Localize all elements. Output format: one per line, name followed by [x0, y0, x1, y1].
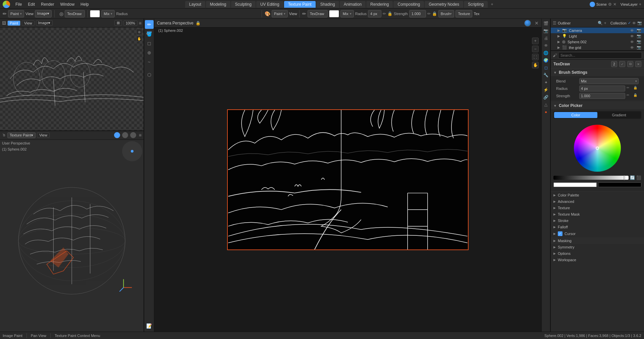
strength-number-field[interactable]: 1.000	[579, 93, 625, 99]
properties-scene-icon[interactable]: 🎬	[543, 20, 549, 27]
tool-icon[interactable]: ✏	[3, 11, 7, 16]
outliner-item-grid[interactable]: ▶ ⬛ the grid 👁 📷	[551, 45, 644, 50]
vp-settings-btn[interactable]: ≡	[139, 20, 142, 26]
symmetry-item[interactable]: ▶ Symmetry	[551, 244, 644, 250]
ws-tab-compositing[interactable]: Compositing	[393, 1, 424, 8]
color-sliders-icon[interactable]: 🔄	[630, 175, 635, 180]
lock-icon[interactable]: 🔒	[196, 21, 201, 25]
workspace-item[interactable]: ▶ Workspace	[551, 257, 644, 263]
masking-header[interactable]: ▶ Masking	[551, 237, 644, 244]
add-view-layer-icon[interactable]: +	[639, 2, 641, 7]
color-hex-icon[interactable]: ⬛	[636, 175, 641, 180]
brush-menu-btn[interactable]: Brush ▾	[438, 10, 454, 17]
brush-icon[interactable]: ◎	[59, 11, 63, 16]
strength-lock-btn[interactable]: 🔒	[432, 11, 437, 16]
properties-scene-props-icon[interactable]: 🌐	[543, 50, 549, 56]
draw-tool[interactable]: ✏	[145, 20, 154, 29]
menu-help[interactable]: Help	[78, 1, 92, 7]
outliner-item-light[interactable]: ▶ 💡 Light 👁 📷	[551, 33, 644, 39]
properties-view-icon[interactable]: 👁	[543, 42, 549, 49]
properties-render-icon[interactable]: 📷	[543, 27, 549, 34]
menu-file[interactable]: File	[13, 1, 24, 7]
outliner-item-camera[interactable]: ▶ 📷 Camera 👁 📷	[551, 27, 644, 33]
cursor-checkbox[interactable]: ✓	[558, 231, 562, 236]
view-btn2[interactable]: View	[289, 12, 297, 16]
3d-view-btn[interactable]: View	[37, 132, 50, 138]
value-slider[interactable]	[553, 176, 629, 180]
stroke-item[interactable]: ▶ Stroke	[551, 218, 644, 224]
color-wheel[interactable]	[574, 125, 621, 172]
radius-pen-btn[interactable]: ✏	[627, 86, 632, 91]
strength-field[interactable]: 1.000	[409, 10, 426, 17]
light-visibility[interactable]: 👁	[630, 34, 634, 38]
foreground-swatch[interactable]	[553, 182, 597, 187]
ws-tab-shading[interactable]: Shading	[316, 1, 339, 8]
color-picker-header[interactable]: ▼ Color Picker	[551, 102, 644, 109]
canvas-corner-menu[interactable]: ✕	[535, 20, 539, 26]
background-swatch[interactable]	[598, 182, 641, 187]
image-menu-btn[interactable]: Image▾	[36, 20, 53, 26]
radius-number-field[interactable]: 4 px	[579, 86, 625, 92]
outliner-item-sphere[interactable]: ▶ ◎ Sphere.002 👁 📷	[551, 39, 644, 45]
ws-tab-animation[interactable]: Animation	[340, 1, 366, 8]
image-paint-mode-btn[interactable]: Paint	[7, 20, 20, 26]
canvas-zoom-in[interactable]: +	[532, 38, 539, 44]
camera-render[interactable]: 📷	[637, 28, 641, 33]
ws-tab-geometry-nodes[interactable]: Geometry Nodes	[425, 1, 463, 8]
ws-tab-uv-editing[interactable]: UV Editing	[256, 1, 283, 8]
image-paint-viewport[interactable]: ⊕ ✋	[0, 27, 144, 130]
erase-tool[interactable]: ◻	[145, 39, 154, 48]
canvas-pan-tool[interactable]: ✋	[532, 62, 539, 68]
mask-tool[interactable]: ⬡	[145, 70, 154, 79]
outliner-add-icon[interactable]: +	[604, 21, 606, 25]
sphere-render[interactable]: 📷	[637, 40, 641, 44]
cursor-item[interactable]: ▶ ✓ Cursor	[551, 230, 644, 237]
grid-render[interactable]: 📷	[637, 45, 641, 50]
falloff-item[interactable]: ▶ Falloff	[551, 224, 644, 230]
brush-check-btn[interactable]: ✓	[619, 61, 625, 67]
texture-paint-mode[interactable]: Paint ▾	[272, 10, 288, 17]
props-search-input[interactable]	[558, 52, 642, 59]
menu-render[interactable]: Render	[38, 1, 57, 7]
close-icon[interactable]: ✕	[613, 2, 616, 7]
strength-pen-btn[interactable]: ✏	[627, 93, 632, 99]
blend-value-field[interactable]: Mix ▾	[579, 78, 639, 84]
settings-icon[interactable]: ⚙	[608, 2, 612, 7]
viewport-shading-3[interactable]	[130, 132, 136, 138]
image-paint-icon[interactable]: 🖼	[2, 21, 6, 25]
mode-selector[interactable]: Paint ▾	[8, 10, 24, 17]
canvas-nav-gizmo[interactable]	[523, 19, 533, 27]
menu-edit[interactable]: Edit	[25, 1, 38, 7]
texture-menu-btn[interactable]: Texture	[455, 10, 472, 17]
color-tab-color[interactable]: Color	[554, 112, 597, 118]
canvas-frame[interactable]	[227, 109, 469, 250]
props-panel-icon[interactable]: 🖌	[553, 53, 557, 58]
ws-tab-rendering[interactable]: Rendering	[366, 1, 393, 8]
clone-tool[interactable]: ⊕	[145, 48, 154, 57]
radius-lock-btn[interactable]: 🔒	[387, 11, 392, 16]
blend-selector[interactable]: Mix ▾	[101, 10, 115, 17]
3d-viewport[interactable]: User Perspective (1) Sphere.002	[0, 140, 144, 332]
ws-tab-texture-paint[interactable]: Texture Paint	[284, 1, 316, 8]
nav-gizmo[interactable]	[122, 141, 142, 161]
image-selector[interactable]: Image▾	[35, 10, 52, 17]
strength-edit-btn[interactable]: ✏	[427, 11, 431, 16]
annotate-tool[interactable]: 📝	[145, 322, 154, 330]
menu-window[interactable]: Window	[57, 1, 77, 7]
ws-tab-add[interactable]: +	[488, 1, 496, 8]
canvas-zoom-out[interactable]: −	[532, 46, 539, 52]
blender-logo[interactable]	[3, 1, 10, 8]
collection-check-icon[interactable]: ✓	[628, 21, 631, 25]
properties-material-icon[interactable]: ●	[543, 109, 549, 115]
outliner-icon[interactable]: ☰	[553, 21, 556, 25]
properties-object-icon[interactable]: ◻	[543, 64, 549, 71]
sphere-visibility[interactable]: 👁	[630, 40, 634, 44]
color-palette-item[interactable]: ▶ Color Palette	[551, 192, 644, 199]
smear-tool[interactable]: ~	[145, 58, 154, 66]
ws-tab-layout[interactable]: Layout	[185, 1, 205, 8]
collection-render-icon[interactable]: 📷	[637, 21, 642, 25]
foreground-color[interactable]	[90, 10, 100, 17]
eqrect-name[interactable]: TexDraw	[65, 10, 85, 17]
viewport-settings-btn[interactable]: ≡	[139, 132, 142, 138]
outliner-filter-icon[interactable]: 🔍	[598, 21, 603, 25]
